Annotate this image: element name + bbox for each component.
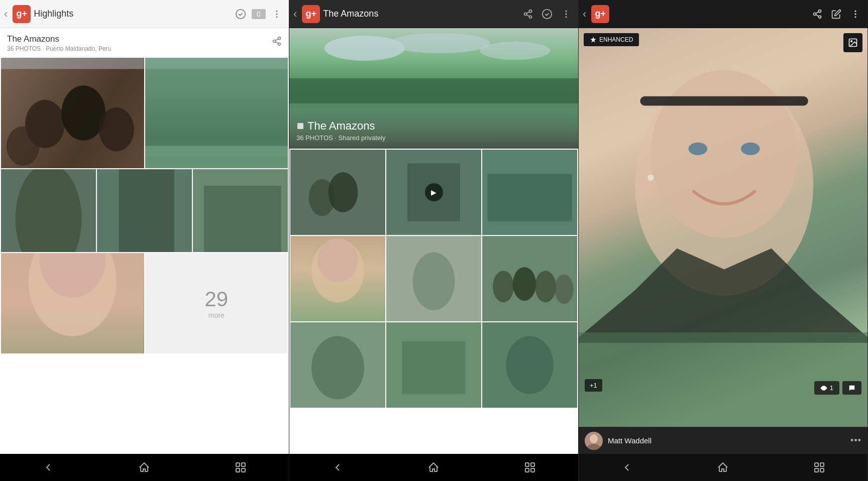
back-arrow-nav-p3[interactable] bbox=[612, 457, 642, 477]
home-nav-p1[interactable] bbox=[129, 457, 159, 477]
photo-cell-dock2[interactable] bbox=[193, 169, 288, 252]
check-circle-icon-p1[interactable] bbox=[233, 6, 249, 22]
photo-detail-image[interactable]: ENHANCED +1 1 bbox=[579, 28, 867, 427]
more-vert-icon-p3[interactable] bbox=[847, 6, 863, 22]
svg-point-81 bbox=[854, 13, 856, 15]
gplus-logo-p1: g+ bbox=[13, 5, 31, 23]
home-nav-p2[interactable] bbox=[418, 457, 449, 477]
photo-cell-dock-p2[interactable] bbox=[482, 150, 577, 235]
panel-photo-detail: ‹ g+ bbox=[579, 0, 868, 481]
svg-rect-29 bbox=[236, 468, 240, 472]
svg-point-82 bbox=[854, 16, 856, 18]
svg-point-12 bbox=[61, 85, 105, 140]
user-bar-p3: Matt Waddell ••• bbox=[579, 427, 867, 454]
plus1-badge[interactable]: +1 bbox=[585, 379, 602, 392]
svg-rect-10 bbox=[1, 58, 144, 69]
svg-point-59 bbox=[413, 253, 455, 311]
svg-rect-17 bbox=[145, 146, 288, 168]
photo-cell-group2[interactable] bbox=[1, 169, 96, 252]
svg-rect-54 bbox=[488, 174, 572, 221]
svg-point-47 bbox=[299, 125, 300, 126]
photo-cell-r3c-p2[interactable] bbox=[482, 322, 577, 408]
topbar-panel3: ‹ g+ bbox=[579, 0, 867, 28]
check-circle-icon-p2[interactable] bbox=[539, 6, 555, 22]
photo-cell-selfie-p2[interactable] bbox=[290, 150, 385, 235]
svg-point-36 bbox=[542, 9, 552, 18]
action-buttons: 1 bbox=[814, 381, 861, 395]
back-arrow-nav-p1[interactable] bbox=[33, 457, 63, 477]
back-button-p3[interactable]: ‹ bbox=[583, 8, 586, 21]
gplus-logo-p3: g+ bbox=[591, 5, 609, 23]
badge-count-p1: 0 bbox=[252, 9, 266, 19]
svg-rect-97 bbox=[815, 463, 818, 466]
svg-rect-44 bbox=[289, 78, 578, 103]
bottom-nav-p1 bbox=[0, 454, 289, 481]
svg-point-13 bbox=[99, 107, 134, 152]
svg-point-87 bbox=[741, 143, 760, 155]
svg-point-93 bbox=[823, 387, 825, 389]
svg-line-79 bbox=[816, 12, 819, 13]
share-icon-p3[interactable] bbox=[809, 6, 825, 22]
photo-cell-more[interactable]: 29 more bbox=[145, 253, 288, 353]
svg-point-57 bbox=[318, 238, 358, 282]
svg-rect-74 bbox=[531, 468, 534, 472]
svg-point-50 bbox=[329, 172, 358, 212]
photo-cell-r3b-p2[interactable] bbox=[386, 322, 481, 408]
back-arrow-nav-p2[interactable] bbox=[322, 457, 353, 477]
svg-rect-27 bbox=[236, 463, 240, 466]
photo-cell-group-big-p2[interactable] bbox=[482, 236, 577, 321]
photo-cell-group1[interactable] bbox=[1, 58, 144, 168]
bottom-nav-p2 bbox=[289, 454, 578, 481]
svg-line-8 bbox=[275, 39, 278, 40]
topbar-panel1: ‹ g+ Highlights 0 bbox=[0, 0, 289, 28]
svg-rect-16 bbox=[145, 69, 288, 157]
hero-image-p2[interactable]: The Amazons 36 PHOTOS · Shared privately bbox=[289, 28, 578, 149]
more-dots-p3[interactable]: ••• bbox=[850, 435, 861, 446]
svg-rect-88 bbox=[640, 96, 808, 106]
back-button-p1[interactable]: ‹ bbox=[4, 8, 8, 21]
back-button-p2[interactable]: ‹ bbox=[293, 8, 297, 21]
svg-point-14 bbox=[7, 126, 40, 166]
video-play-icon[interactable]: ▶ bbox=[425, 183, 443, 201]
home-nav-p3[interactable] bbox=[708, 457, 738, 477]
svg-point-38 bbox=[565, 13, 567, 15]
photo-cell-woman[interactable] bbox=[1, 253, 144, 353]
svg-rect-30 bbox=[242, 468, 245, 472]
more-count: 29 bbox=[204, 287, 228, 311]
photo-cell-fishing-p2[interactable] bbox=[386, 236, 481, 321]
svg-point-89 bbox=[647, 174, 654, 181]
panel-highlights: ‹ g+ Highlights 0 The Amazons 36 PHOTOS … bbox=[0, 0, 289, 481]
views-button[interactable]: 1 bbox=[814, 381, 839, 395]
edit-icon-p3[interactable] bbox=[828, 6, 844, 22]
recents-nav-p1[interactable] bbox=[226, 457, 256, 477]
photo-cell-woman-p2[interactable] bbox=[290, 236, 385, 321]
hero-title: The Amazons bbox=[296, 119, 571, 133]
svg-point-6 bbox=[278, 43, 281, 45]
svg-point-37 bbox=[565, 10, 567, 12]
more-vert-icon-p2[interactable] bbox=[558, 6, 574, 22]
recents-nav-p3[interactable] bbox=[804, 457, 834, 477]
svg-line-7 bbox=[275, 42, 278, 43]
photo-cell-r3a-p2[interactable] bbox=[290, 322, 385, 408]
more-vert-icon-p1[interactable] bbox=[269, 6, 285, 22]
photo-row3-p2 bbox=[290, 322, 577, 408]
svg-rect-72 bbox=[531, 463, 534, 466]
enhanced-badge[interactable]: ENHANCED bbox=[584, 33, 639, 46]
hero-meta: 36 PHOTOS · Shared privately bbox=[296, 134, 571, 142]
photo-cell-video-p2[interactable]: ▶ bbox=[386, 150, 481, 235]
share-icon-p1[interactable] bbox=[272, 36, 282, 49]
svg-point-64 bbox=[555, 275, 574, 304]
comments-button[interactable] bbox=[842, 381, 861, 395]
share-icon-p2[interactable] bbox=[520, 6, 536, 22]
svg-point-0 bbox=[236, 9, 245, 18]
user-avatar-p3 bbox=[585, 432, 603, 450]
svg-point-3 bbox=[276, 16, 277, 18]
photo-row2-p2 bbox=[290, 236, 577, 321]
svg-rect-73 bbox=[525, 468, 529, 472]
recents-nav-p2[interactable] bbox=[515, 457, 545, 477]
photo-cell-lake[interactable] bbox=[145, 58, 288, 168]
photo-filter-icon[interactable] bbox=[843, 33, 862, 52]
topbar-title-p1: Highlights bbox=[34, 9, 230, 19]
svg-rect-68 bbox=[402, 341, 466, 394]
photo-cell-dock[interactable] bbox=[97, 169, 192, 252]
